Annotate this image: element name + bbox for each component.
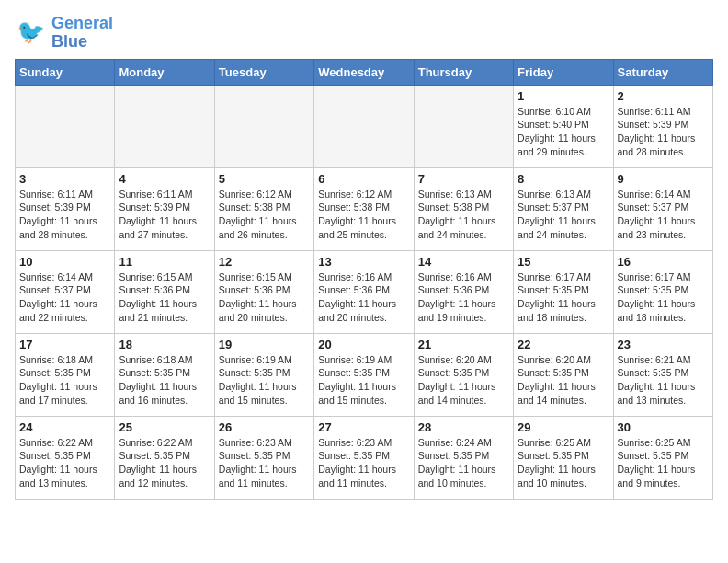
calendar-cell: [115, 85, 214, 167]
calendar-cell: 23Sunrise: 6:21 AMSunset: 5:35 PMDayligh…: [613, 333, 712, 416]
day-info: Sunrise: 6:18 AMSunset: 5:35 PMDaylight:…: [19, 353, 110, 408]
day-info: Sunrise: 6:13 AMSunset: 5:38 PMDaylight:…: [418, 188, 509, 242]
day-number: 17: [19, 338, 110, 351]
day-number: 26: [219, 420, 310, 434]
day-number: 6: [318, 172, 409, 186]
day-number: 9: [618, 172, 709, 186]
day-info: Sunrise: 6:25 AMSunset: 5:35 PMDaylight:…: [618, 436, 709, 490]
day-info: Sunrise: 6:11 AMSunset: 5:39 PMDaylight:…: [618, 105, 709, 159]
day-number: 18: [119, 338, 210, 351]
calendar-cell: 19Sunrise: 6:19 AMSunset: 5:35 PMDayligh…: [214, 333, 313, 416]
day-number: 4: [119, 172, 210, 186]
day-number: 20: [318, 338, 409, 351]
calendar-cell: [314, 85, 414, 167]
day-number: 12: [219, 255, 310, 269]
day-info: Sunrise: 6:24 AMSunset: 5:35 PMDaylight:…: [418, 436, 509, 490]
day-info: Sunrise: 6:23 AMSunset: 5:35 PMDaylight:…: [219, 436, 310, 490]
weekday-header-tuesday: Tuesday: [214, 59, 313, 85]
calendar-cell: 3Sunrise: 6:11 AMSunset: 5:39 PMDaylight…: [16, 167, 115, 250]
day-number: 19: [219, 338, 310, 351]
calendar-cell: 12Sunrise: 6:15 AMSunset: 5:36 PMDayligh…: [214, 250, 313, 333]
day-number: 27: [318, 420, 409, 434]
day-number: 24: [19, 420, 110, 434]
calendar-cell: 27Sunrise: 6:23 AMSunset: 5:35 PMDayligh…: [314, 416, 414, 499]
day-info: Sunrise: 6:20 AMSunset: 5:35 PMDaylight:…: [518, 353, 609, 408]
day-number: 25: [119, 420, 210, 434]
day-number: 21: [418, 338, 509, 351]
day-number: 10: [19, 255, 110, 269]
weekday-header-friday: Friday: [514, 59, 613, 85]
day-number: 7: [418, 172, 509, 186]
day-info: Sunrise: 6:15 AMSunset: 5:36 PMDaylight:…: [119, 270, 210, 325]
weekday-header-sunday: Sunday: [16, 59, 115, 85]
calendar-cell: 5Sunrise: 6:12 AMSunset: 5:38 PMDaylight…: [214, 167, 313, 250]
day-info: Sunrise: 6:12 AMSunset: 5:38 PMDaylight:…: [219, 188, 310, 242]
calendar-cell: 25Sunrise: 6:22 AMSunset: 5:35 PMDayligh…: [115, 416, 214, 499]
logo: 🐦 General Blue: [15, 15, 113, 52]
day-number: 11: [119, 255, 210, 269]
day-info: Sunrise: 6:19 AMSunset: 5:35 PMDaylight:…: [219, 353, 310, 408]
day-number: 8: [518, 172, 609, 186]
day-info: Sunrise: 6:16 AMSunset: 5:36 PMDaylight:…: [318, 270, 409, 325]
day-number: 23: [618, 338, 709, 351]
calendar-cell: [16, 85, 115, 167]
logo-text: General Blue: [51, 15, 113, 52]
calendar-cell: 15Sunrise: 6:17 AMSunset: 5:35 PMDayligh…: [514, 250, 613, 333]
calendar-cell: 6Sunrise: 6:12 AMSunset: 5:38 PMDaylight…: [314, 167, 414, 250]
calendar-cell: 1Sunrise: 6:10 AMSunset: 5:40 PMDaylight…: [514, 85, 613, 167]
day-info: Sunrise: 6:22 AMSunset: 5:35 PMDaylight:…: [119, 436, 210, 490]
calendar-cell: 22Sunrise: 6:20 AMSunset: 5:35 PMDayligh…: [514, 333, 613, 416]
day-info: Sunrise: 6:17 AMSunset: 5:35 PMDaylight:…: [618, 270, 709, 325]
calendar-cell: 9Sunrise: 6:14 AMSunset: 5:37 PMDaylight…: [613, 167, 712, 250]
day-number: 2: [618, 89, 709, 103]
day-number: 30: [618, 420, 709, 434]
calendar-cell: 4Sunrise: 6:11 AMSunset: 5:39 PMDaylight…: [115, 167, 214, 250]
day-number: 14: [418, 255, 509, 269]
calendar-table: SundayMondayTuesdayWednesdayThursdayFrid…: [15, 59, 713, 500]
day-number: 22: [518, 338, 609, 351]
day-number: 3: [19, 172, 110, 186]
day-number: 5: [219, 172, 310, 186]
calendar-cell: 24Sunrise: 6:22 AMSunset: 5:35 PMDayligh…: [16, 416, 115, 499]
calendar-cell: 11Sunrise: 6:15 AMSunset: 5:36 PMDayligh…: [115, 250, 214, 333]
day-info: Sunrise: 6:16 AMSunset: 5:36 PMDaylight:…: [418, 270, 509, 325]
calendar-cell: 14Sunrise: 6:16 AMSunset: 5:36 PMDayligh…: [414, 250, 513, 333]
page-header: 🐦 General Blue: [15, 15, 713, 52]
day-info: Sunrise: 6:13 AMSunset: 5:37 PMDaylight:…: [518, 188, 609, 242]
day-info: Sunrise: 6:19 AMSunset: 5:35 PMDaylight:…: [318, 353, 409, 408]
calendar-cell: 13Sunrise: 6:16 AMSunset: 5:36 PMDayligh…: [314, 250, 414, 333]
day-info: Sunrise: 6:11 AMSunset: 5:39 PMDaylight:…: [19, 188, 110, 242]
day-info: Sunrise: 6:23 AMSunset: 5:35 PMDaylight:…: [318, 436, 409, 490]
day-info: Sunrise: 6:12 AMSunset: 5:38 PMDaylight:…: [318, 188, 409, 242]
calendar-cell: [214, 85, 313, 167]
calendar-cell: 18Sunrise: 6:18 AMSunset: 5:35 PMDayligh…: [115, 333, 214, 416]
calendar-cell: [414, 85, 513, 167]
day-number: 15: [518, 255, 609, 269]
day-info: Sunrise: 6:10 AMSunset: 5:40 PMDaylight:…: [518, 105, 609, 159]
day-info: Sunrise: 6:14 AMSunset: 5:37 PMDaylight:…: [618, 188, 709, 242]
day-info: Sunrise: 6:25 AMSunset: 5:35 PMDaylight:…: [518, 436, 609, 490]
day-info: Sunrise: 6:15 AMSunset: 5:36 PMDaylight:…: [219, 270, 310, 325]
weekday-header-monday: Monday: [115, 59, 214, 85]
calendar-cell: 26Sunrise: 6:23 AMSunset: 5:35 PMDayligh…: [214, 416, 313, 499]
weekday-header-wednesday: Wednesday: [314, 59, 414, 85]
calendar-cell: 2Sunrise: 6:11 AMSunset: 5:39 PMDaylight…: [613, 85, 712, 167]
day-info: Sunrise: 6:22 AMSunset: 5:35 PMDaylight:…: [19, 436, 110, 490]
day-number: 1: [518, 89, 609, 103]
calendar-cell: 16Sunrise: 6:17 AMSunset: 5:35 PMDayligh…: [613, 250, 712, 333]
day-info: Sunrise: 6:18 AMSunset: 5:35 PMDaylight:…: [119, 353, 210, 408]
day-number: 29: [518, 420, 609, 434]
day-number: 16: [618, 255, 709, 269]
calendar-cell: 29Sunrise: 6:25 AMSunset: 5:35 PMDayligh…: [514, 416, 613, 499]
calendar-cell: 28Sunrise: 6:24 AMSunset: 5:35 PMDayligh…: [414, 416, 513, 499]
day-info: Sunrise: 6:11 AMSunset: 5:39 PMDaylight:…: [119, 188, 210, 242]
calendar-cell: 10Sunrise: 6:14 AMSunset: 5:37 PMDayligh…: [16, 250, 115, 333]
calendar-cell: 8Sunrise: 6:13 AMSunset: 5:37 PMDaylight…: [514, 167, 613, 250]
calendar-cell: 17Sunrise: 6:18 AMSunset: 5:35 PMDayligh…: [16, 333, 115, 416]
calendar-cell: 20Sunrise: 6:19 AMSunset: 5:35 PMDayligh…: [314, 333, 414, 416]
day-number: 13: [318, 255, 409, 269]
calendar-cell: 7Sunrise: 6:13 AMSunset: 5:38 PMDaylight…: [414, 167, 513, 250]
day-info: Sunrise: 6:14 AMSunset: 5:37 PMDaylight:…: [19, 270, 110, 325]
day-info: Sunrise: 6:20 AMSunset: 5:35 PMDaylight:…: [418, 353, 509, 408]
calendar-cell: 30Sunrise: 6:25 AMSunset: 5:35 PMDayligh…: [613, 416, 712, 499]
